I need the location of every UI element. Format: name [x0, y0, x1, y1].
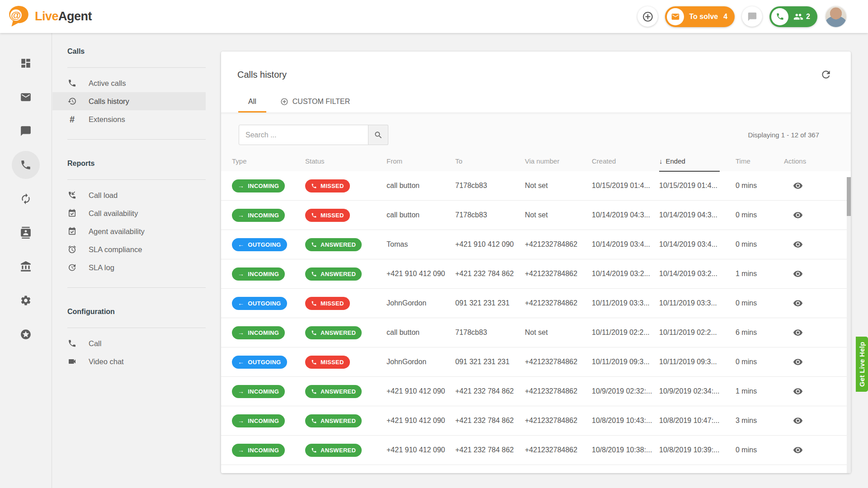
- cell-created: 10/8/2019 10:43:...: [592, 417, 659, 425]
- phone-icon: [311, 183, 317, 189]
- type-badge: ←OUTGOING: [232, 238, 287, 251]
- view-call-button[interactable]: [791, 238, 805, 251]
- column-header-ended[interactable]: ↓Ended: [659, 150, 736, 172]
- column-header-via-number[interactable]: Via number: [525, 150, 592, 172]
- view-call-button[interactable]: [791, 179, 805, 192]
- column-header-to[interactable]: To: [455, 150, 525, 172]
- cell-via-number: Not set: [525, 182, 592, 190]
- column-header-time[interactable]: Time: [736, 150, 784, 172]
- alarm-icon: [67, 245, 77, 254]
- chats-button[interactable]: [742, 6, 762, 27]
- view-call-button[interactable]: [791, 267, 805, 281]
- calls-online-button[interactable]: 2: [769, 6, 817, 27]
- cell-actions: [784, 414, 847, 427]
- cell-from: +421 910 412 090: [387, 387, 455, 395]
- cell-time: 0 mins: [736, 358, 784, 366]
- cell-from: call button: [387, 211, 455, 219]
- cell-ended: 10/11/2019 02:2...: [659, 328, 736, 337]
- column-label: From: [387, 157, 402, 165]
- get-live-help-button[interactable]: Get Live Help: [856, 337, 868, 392]
- table-row: →INCOMINGMISSEDcall button7178cb83Not se…: [221, 201, 851, 230]
- user-avatar[interactable]: [825, 5, 847, 28]
- cell-via-number: +421232784862: [525, 446, 592, 454]
- type-badge: →INCOMING: [232, 444, 285, 457]
- rail-mail-button[interactable]: [12, 83, 40, 111]
- view-call-button[interactable]: [791, 385, 805, 398]
- view-call-button[interactable]: [791, 326, 805, 339]
- tab-custom-filter[interactable]: CUSTOM FILTER: [280, 93, 350, 113]
- cell-ended: 10/14/2019 03:4...: [659, 240, 736, 249]
- type-badge: →INCOMING: [232, 179, 285, 192]
- cell-to: +421 232 784 862: [455, 270, 525, 278]
- nav-item-calls-history[interactable]: Calls history: [52, 92, 206, 110]
- search-input[interactable]: [239, 125, 368, 145]
- rail-contacts-button[interactable]: [12, 219, 40, 247]
- view-call-button[interactable]: [791, 443, 805, 457]
- badge-label: ANSWERED: [321, 241, 356, 248]
- rail-phone-button[interactable]: [12, 151, 40, 179]
- cell-via-number: +421232784862: [525, 240, 592, 249]
- create-new-button[interactable]: [637, 6, 658, 27]
- cell-type: →INCOMING: [232, 179, 305, 192]
- table-scrollbar[interactable]: [847, 177, 851, 473]
- liveagent-logo[interactable]: @ LiveAgent: [6, 5, 92, 29]
- badge-label: INCOMING: [248, 447, 279, 454]
- nav-item-video-chat[interactable]: Video chat: [52, 352, 206, 371]
- to-solve-button[interactable]: To solve 4: [665, 6, 735, 27]
- column-header-created[interactable]: Created: [592, 150, 659, 172]
- cell-to: 7178cb83: [455, 211, 525, 219]
- scrollbar-thumb[interactable]: [847, 177, 851, 216]
- refresh-button[interactable]: [818, 67, 834, 82]
- cell-via-number: +421232784862: [525, 387, 592, 395]
- tab-all[interactable]: All: [238, 93, 266, 113]
- nav-item-sla-log[interactable]: SLA log: [52, 258, 206, 277]
- search-button[interactable]: [368, 125, 388, 145]
- rail-star-button[interactable]: [12, 320, 40, 348]
- table-toolbar-zone: Displaying 1 - 12 of 367 TypeStatusFromT…: [221, 113, 851, 171]
- cell-created: 10/8/2019 10:38:...: [592, 446, 659, 454]
- cell-status: MISSED: [305, 179, 387, 192]
- view-call-button[interactable]: [791, 355, 805, 369]
- nav-item-sla-compliance[interactable]: SLA compliance: [52, 240, 206, 258]
- nav-item-call[interactable]: Call: [52, 334, 206, 352]
- status-badge: ANSWERED: [305, 414, 362, 427]
- nav-item-extensions[interactable]: #Extensions: [52, 110, 206, 128]
- column-header-type[interactable]: Type: [232, 150, 305, 172]
- plus-circle-icon: [642, 11, 654, 23]
- column-label: Actions: [784, 157, 806, 165]
- badge-label: INCOMING: [248, 212, 279, 219]
- cell-to: 7178cb83: [455, 328, 525, 337]
- nav-item-active-calls[interactable]: Active calls: [52, 74, 206, 92]
- table-row: ←OUTGOINGMISSEDJohnGordon091 321 231 231…: [221, 347, 851, 377]
- star-icon: [20, 328, 32, 340]
- type-badge: ←OUTGOING: [232, 356, 287, 369]
- column-header-actions[interactable]: Actions: [784, 150, 847, 172]
- column-header-from[interactable]: From: [387, 150, 455, 172]
- envelope-icon: [667, 8, 684, 25]
- eye-icon: [793, 416, 803, 426]
- rail-dashboard-button[interactable]: [12, 49, 40, 77]
- nav-item-label: Active calls: [89, 79, 126, 88]
- table-row: →INCOMINGMISSEDcall button7178cb83Not se…: [221, 171, 851, 201]
- cell-to: 7178cb83: [455, 182, 525, 190]
- badge-label: INCOMING: [248, 271, 279, 277]
- nav-item-call-load[interactable]: Call load: [52, 186, 206, 204]
- cell-actions: [784, 296, 847, 310]
- rail-chat-button[interactable]: [12, 117, 40, 145]
- table-row: ←OUTGOINGANSWEREDTomas+421 910 412 090+4…: [221, 230, 851, 259]
- cell-actions: [784, 238, 847, 251]
- nav-item-call-availability[interactable]: Call availability: [52, 204, 206, 222]
- search-group: [239, 125, 388, 145]
- nav-item-agent-availability[interactable]: Agent availability: [52, 222, 206, 240]
- cell-created: 10/14/2019 04:3...: [592, 211, 659, 219]
- rail-settings-button[interactable]: [12, 286, 40, 314]
- view-call-button[interactable]: [791, 296, 805, 310]
- rail-bank-button[interactable]: [12, 253, 40, 281]
- rail-sync-button[interactable]: [12, 185, 40, 213]
- status-badge: MISSED: [305, 209, 350, 222]
- view-call-button[interactable]: [791, 414, 805, 427]
- cell-type: ←OUTGOING: [232, 238, 305, 251]
- logo-wordmark: LiveAgent: [35, 9, 92, 23]
- view-call-button[interactable]: [791, 208, 805, 222]
- column-header-status[interactable]: Status: [305, 150, 387, 172]
